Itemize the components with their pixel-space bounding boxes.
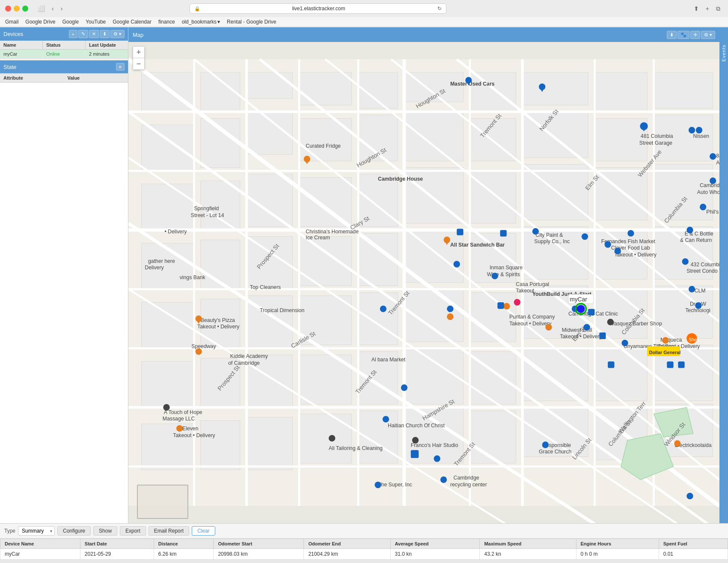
svg-point-228 — [176, 425, 183, 432]
svg-rect-12 — [201, 118, 240, 167]
download-device-button[interactable]: ⬇ — [100, 30, 110, 38]
maximize-traffic-light[interactable] — [22, 6, 28, 12]
svg-rect-7 — [470, 72, 516, 112]
add-device-button[interactable]: + — [69, 30, 77, 38]
svg-text:Phil's Towing: Phil's Towing — [706, 209, 719, 215]
svg-point-231 — [329, 435, 335, 441]
map-paw-button[interactable]: 🐾 — [677, 31, 689, 39]
svg-rect-21 — [142, 184, 194, 230]
cell-device-name: myCar — [0, 549, 80, 560]
back-button[interactable]: ‹ — [49, 4, 56, 13]
svg-rect-58 — [523, 348, 588, 401]
svg-rect-241 — [497, 302, 504, 309]
delete-device-button[interactable]: ✕ — [89, 30, 99, 38]
url-bar[interactable]: 🔒 live1.elastictracker.com ↻ — [190, 3, 446, 14]
svg-text:Master Used Cars: Master Used Cars — [450, 81, 495, 87]
bookmark-google[interactable]: Google — [62, 19, 79, 25]
svg-point-234 — [440, 477, 447, 483]
svg-point-219 — [503, 303, 510, 310]
cell-distance: 6.26 km — [154, 549, 214, 560]
mini-map[interactable] — [137, 485, 188, 519]
devices-table-header: Name Status Last Update — [0, 41, 128, 50]
svg-point-212 — [454, 261, 460, 267]
minimize-traffic-light[interactable] — [14, 6, 20, 12]
bookmark-gmail[interactable]: Gmail — [5, 19, 18, 25]
svg-rect-247 — [411, 450, 419, 458]
map-locate-button[interactable]: ⬇ — [667, 31, 677, 39]
edit-device-button[interactable]: ✎ — [78, 30, 88, 38]
bookmark-old-bookmarks[interactable]: old_bookmarks ▾ — [182, 19, 220, 25]
svg-text:vings Bank: vings Bank — [180, 274, 206, 280]
svg-point-208 — [604, 241, 611, 247]
svg-text:Grace Church: Grace Church — [539, 449, 572, 455]
svg-point-220 — [514, 299, 520, 305]
svg-point-227 — [163, 404, 169, 411]
cell-odometer-start: 20998.03 km — [214, 549, 304, 560]
col-odometer-start: Odometer Start — [214, 539, 304, 549]
svg-text:Street Condo Trust: Street Condo Trust — [686, 268, 719, 274]
bookmark-youtube[interactable]: YouTube — [86, 19, 106, 25]
svg-text:Takeout • Delivery: Takeout • Delivery — [197, 324, 240, 330]
settings-device-button[interactable]: ⚙ ▾ — [110, 30, 125, 38]
svg-text:Takeout • Delivery: Takeout • Delivery — [509, 321, 552, 327]
export-button[interactable]: Export — [120, 526, 146, 536]
zoom-in-button[interactable]: + — [133, 47, 144, 58]
svg-text:Christina's Homemade: Christina's Homemade — [306, 229, 359, 235]
bookmark-calendar[interactable]: Google Calendar — [113, 19, 152, 25]
svg-rect-27 — [470, 171, 516, 223]
forward-button[interactable]: › — [58, 4, 65, 13]
show-button[interactable]: Show — [93, 526, 117, 536]
svg-text:Beauty's Pizza: Beauty's Pizza — [201, 317, 235, 323]
right-sidebar[interactable]: Events — [719, 27, 728, 523]
svg-point-226 — [663, 337, 669, 343]
refresh-icon[interactable]: ↻ — [437, 6, 442, 12]
svg-point-196 — [710, 153, 716, 160]
svg-rect-51 — [142, 361, 194, 407]
new-tab-button[interactable]: + — [703, 4, 712, 13]
svg-text:Ice Cream: Ice Cream — [306, 235, 330, 241]
map-move-button[interactable]: ✛ — [690, 31, 700, 39]
svg-text:Nissen: Nissen — [693, 133, 710, 139]
bookmark-finance[interactable]: finance — [158, 19, 175, 25]
svg-point-251 — [577, 305, 585, 313]
device-row-mycar[interactable]: myCar Online 2 minutes — [0, 50, 128, 59]
browser-actions: ⬆ + ⧉ — [691, 4, 723, 13]
state-view-button[interactable]: ≡ — [116, 63, 125, 71]
svg-text:Springfield: Springfield — [194, 206, 219, 211]
email-report-button[interactable]: Email Report — [149, 526, 189, 536]
close-traffic-light[interactable] — [5, 6, 11, 12]
svg-point-236 — [542, 441, 549, 448]
svg-text:Street - Lot 14: Street - Lot 14 — [191, 212, 224, 218]
devices-panel-title: Devices — [3, 31, 23, 37]
share-button[interactable]: ⬆ — [691, 4, 701, 13]
zoom-out-button[interactable]: − — [133, 58, 144, 69]
svg-point-225 — [621, 340, 628, 346]
svg-rect-239 — [457, 229, 463, 235]
svg-point-201 — [689, 286, 695, 292]
devices-panel-actions: + ✎ ✕ ⬇ ⚙ ▾ — [69, 30, 125, 38]
svg-rect-62 — [201, 420, 240, 470]
app-container: Devices + ✎ ✕ ⬇ ⚙ ▾ Name Status Last Upd… — [0, 27, 728, 560]
svg-rect-34 — [299, 237, 352, 286]
map-container[interactable]: Houghton St Houghton St Tremont St Norfo… — [128, 42, 719, 523]
svg-point-210 — [627, 230, 634, 236]
clear-button[interactable]: Clear — [192, 526, 215, 536]
type-select[interactable]: Summary Trips Events Stops — [18, 526, 55, 536]
col-spent-fuel: Spent Fuel — [659, 539, 728, 549]
chevron-down-icon: ▾ — [217, 19, 220, 25]
state-panel-header: State ≡ — [0, 60, 128, 73]
cell-engine-hours: 0 h 0 m — [576, 549, 659, 560]
svg-rect-8 — [523, 72, 588, 105]
svg-text:Haitian Church Of Christ: Haitian Church Of Christ — [388, 423, 445, 429]
bookmark-drive[interactable]: Google Drive — [25, 19, 55, 25]
svg-rect-246 — [678, 361, 684, 368]
configure-button[interactable]: Configure — [57, 526, 91, 536]
svg-point-224 — [607, 319, 614, 325]
tabs-button[interactable]: ⧉ — [713, 4, 723, 13]
state-panel-actions: ≡ — [116, 63, 125, 71]
col-avg-speed: Average Speed — [390, 539, 480, 549]
map-settings-button[interactable]: ⚙ ▾ — [701, 31, 715, 39]
bookmark-rental[interactable]: Rental - Google Drive — [227, 19, 276, 25]
svg-rect-10 — [654, 72, 713, 108]
sidebar-toggle-button[interactable]: ⬜ — [35, 4, 48, 13]
